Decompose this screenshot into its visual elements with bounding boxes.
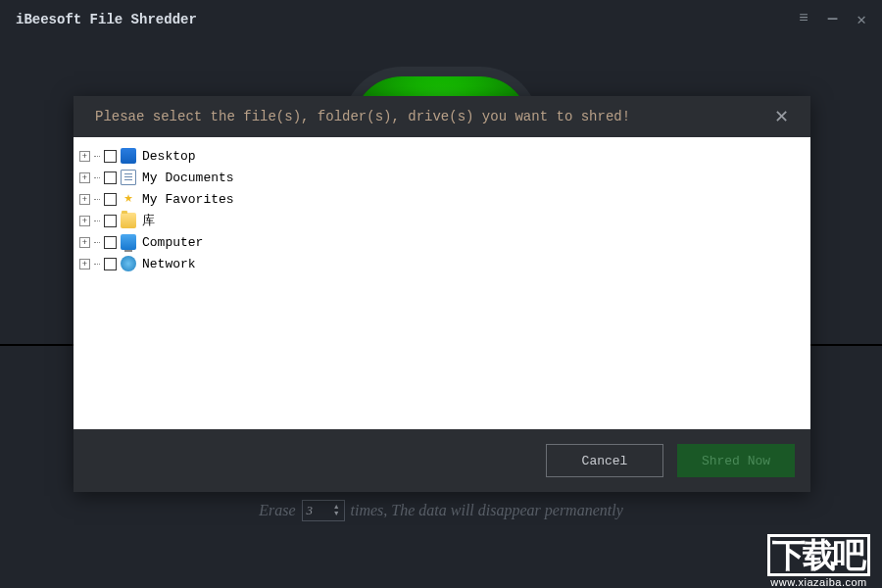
expand-icon[interactable]: +: [79, 216, 90, 226]
tree-connector: [94, 242, 100, 243]
erase-count-stepper[interactable]: 3 ▲▼: [302, 500, 345, 521]
close-icon[interactable]: ✕: [857, 10, 866, 29]
computer-icon: [121, 234, 136, 250]
tree-label: Computer: [142, 235, 203, 250]
document-icon: [121, 170, 136, 185]
cancel-button[interactable]: Cancel: [546, 444, 663, 477]
window-controls: ≡ — ✕: [799, 10, 866, 29]
erase-count-value: 3: [307, 503, 314, 518]
expand-icon[interactable]: +: [79, 259, 90, 270]
titlebar: iBeesoft File Shredder ≡ — ✕: [0, 0, 882, 39]
tree-connector: [94, 156, 100, 157]
tree-label: Desktop: [142, 149, 196, 164]
tree-connector: [94, 199, 100, 200]
tree-label: 库: [142, 212, 155, 229]
tree-label: Network: [142, 257, 196, 271]
erase-suffix: times, The data will disappear permanent…: [351, 502, 623, 519]
tree-item-documents[interactable]: + My Documents: [79, 167, 805, 188]
checkbox[interactable]: [104, 193, 117, 206]
expand-icon[interactable]: +: [79, 151, 90, 162]
tree-item-computer[interactable]: + Computer: [79, 231, 805, 253]
minimize-icon[interactable]: —: [828, 10, 838, 29]
file-tree[interactable]: + Desktop + My Documents + ★ My Favorite…: [74, 137, 810, 429]
checkbox[interactable]: [104, 215, 117, 227]
tree-label: My Favorites: [142, 192, 234, 207]
tree-item-library[interactable]: + 库: [79, 210, 805, 231]
star-icon: ★: [121, 191, 136, 207]
checkbox[interactable]: [104, 150, 117, 163]
tree-item-network[interactable]: + Network: [79, 253, 805, 274]
dialog-header: Plesae select the file(s), folder(s), dr…: [74, 96, 810, 137]
file-select-dialog: Plesae select the file(s), folder(s), dr…: [74, 96, 810, 492]
watermark-text: 下载吧: [767, 534, 870, 576]
expand-icon[interactable]: +: [79, 172, 90, 183]
dialog-footer: Cancel Shred Now: [74, 429, 810, 492]
watermark: 下载吧 www.xiazaiba.com: [767, 534, 870, 588]
checkbox[interactable]: [104, 236, 117, 249]
checkbox[interactable]: [104, 172, 117, 184]
app-title: iBeesoft File Shredder: [16, 12, 799, 27]
network-icon: [121, 256, 136, 271]
menu-icon[interactable]: ≡: [799, 10, 808, 29]
stepper-arrows[interactable]: ▲▼: [333, 504, 340, 517]
watermark-url: www.xiazaiba.com: [767, 576, 870, 588]
folder-icon: [121, 213, 136, 228]
erase-prefix: Erase: [259, 502, 295, 519]
dialog-close-icon[interactable]: ✕: [774, 106, 789, 127]
expand-icon[interactable]: +: [79, 194, 90, 205]
dialog-title: Plesae select the file(s), folder(s), dr…: [95, 109, 774, 124]
expand-icon[interactable]: +: [79, 237, 90, 248]
tree-connector: [94, 220, 100, 221]
checkbox[interactable]: [104, 258, 117, 270]
shred-now-button[interactable]: Shred Now: [677, 444, 795, 477]
tree-connector: [94, 177, 100, 178]
tree-item-desktop[interactable]: + Desktop: [79, 145, 805, 167]
desktop-icon: [121, 148, 136, 164]
erase-settings-row: Erase 3 ▲▼ times, The data will disappea…: [0, 500, 882, 521]
tree-label: My Documents: [142, 171, 234, 185]
tree-connector: [94, 264, 100, 265]
tree-item-favorites[interactable]: + ★ My Favorites: [79, 188, 805, 210]
